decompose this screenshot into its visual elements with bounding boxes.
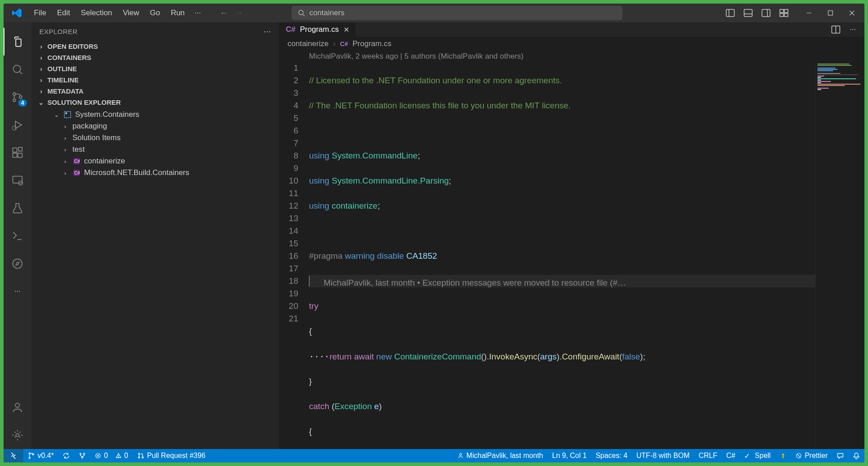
- chevron-right-icon: ›: [62, 170, 69, 176]
- chevron-down-icon: ⌄: [53, 111, 60, 118]
- activity-explorer-icon[interactable]: [4, 28, 31, 56]
- status-blame[interactable]: MichalPavlik, last month: [453, 449, 548, 462]
- svg-rect-4: [744, 9, 752, 17]
- tab-close-icon[interactable]: ✕: [343, 26, 349, 34]
- menu-selection[interactable]: Selection: [76, 6, 118, 20]
- layout-sidebar-right-icon[interactable]: [759, 6, 773, 20]
- layout-sidebar-left-icon[interactable]: [723, 6, 737, 20]
- svg-point-29: [15, 403, 19, 407]
- svg-rect-10: [780, 13, 783, 17]
- section-open-editors[interactable]: ›OPEN EDITORS: [31, 41, 279, 52]
- chevron-right-icon: ›: [38, 88, 45, 95]
- activity-account-icon[interactable]: [4, 393, 31, 421]
- minimap[interactable]: [815, 62, 864, 449]
- nav-back-icon[interactable]: ←: [220, 9, 228, 18]
- status-prettier[interactable]: Prettier: [791, 449, 832, 462]
- search-value: containers: [309, 9, 344, 17]
- activity-settings-icon[interactable]: [4, 421, 31, 449]
- svg-point-18: [13, 93, 16, 95]
- activity-extensions-icon[interactable]: [4, 139, 31, 167]
- svg-point-28: [13, 259, 22, 269]
- section-solution-explorer[interactable]: ⌄SOLUTION EXPLORER: [31, 97, 279, 108]
- menu-view[interactable]: View: [118, 6, 145, 20]
- menu-more-icon[interactable]: ···: [190, 6, 205, 20]
- svg-rect-26: [13, 176, 22, 183]
- activity-run-debug-icon[interactable]: [4, 111, 31, 139]
- svg-rect-9: [784, 9, 788, 13]
- activity-remote-explorer-icon[interactable]: [4, 167, 31, 194]
- menu-run[interactable]: Run: [165, 6, 190, 20]
- svg-point-44: [82, 457, 83, 458]
- sidebar-more-icon[interactable]: ···: [263, 27, 271, 36]
- tree-item-packaging[interactable]: ›packaging: [31, 120, 279, 132]
- section-metadata[interactable]: ›METADATA: [31, 86, 279, 97]
- svg-rect-25: [18, 147, 22, 151]
- status-language[interactable]: C#: [722, 449, 740, 462]
- svg-line-1: [303, 14, 305, 16]
- status-encoding[interactable]: UTF-8 with BOM: [632, 449, 694, 462]
- activity-compass-icon[interactable]: [4, 250, 31, 278]
- svg-point-40: [29, 457, 30, 459]
- code-editor[interactable]: 123456789101112131415161718192021 // Lic…: [279, 62, 864, 449]
- svg-rect-13: [828, 11, 833, 15]
- remote-indicator-icon[interactable]: [4, 449, 23, 462]
- status-live-share-icon[interactable]: [775, 449, 791, 462]
- nav-forward-icon[interactable]: →: [235, 9, 243, 18]
- status-pull-request[interactable]: Pull Request #396: [133, 449, 210, 462]
- tree-item-test[interactable]: ›test: [31, 144, 279, 155]
- section-outline[interactable]: ›OUTLINE: [31, 63, 279, 74]
- tree-solution-root[interactable]: ⌄System.Containers: [31, 109, 279, 120]
- svg-rect-32: [65, 112, 67, 114]
- status-indentation[interactable]: Spaces: 4: [591, 449, 632, 462]
- activity-terminal-icon[interactable]: [4, 222, 31, 250]
- activity-testing-icon[interactable]: [4, 194, 31, 222]
- chevron-right-icon: ›: [62, 158, 69, 165]
- menu-edit[interactable]: Edit: [51, 6, 75, 20]
- status-eol[interactable]: CRLF: [694, 449, 722, 462]
- activity-overflow-icon[interactable]: ···: [4, 278, 31, 305]
- command-center-search[interactable]: containers: [292, 6, 622, 20]
- editor-more-icon[interactable]: ···: [846, 22, 860, 37]
- section-containers[interactable]: ›CONTAINERS: [31, 52, 279, 63]
- breadcrumb[interactable]: containerize › C# Program.cs: [279, 37, 864, 51]
- status-spell[interactable]: ✓ Spell: [740, 449, 775, 462]
- window-maximize-icon[interactable]: [820, 4, 841, 22]
- status-git-graph-icon[interactable]: [74, 449, 90, 462]
- menu-bar: File Edit Selection View Go Run ···: [29, 6, 205, 20]
- status-feedback-icon[interactable]: [832, 449, 848, 462]
- svg-rect-22: [13, 148, 17, 152]
- tab-program-cs[interactable]: C# Program.cs ✕: [279, 22, 356, 37]
- status-problems[interactable]: 0 0: [90, 449, 132, 462]
- layout-customize-icon[interactable]: [777, 6, 791, 20]
- window-minimize-icon[interactable]: [798, 4, 820, 22]
- activity-source-control-icon[interactable]: 4: [4, 83, 31, 111]
- section-timeline[interactable]: ›TIMELINE: [31, 74, 279, 86]
- window-close-icon[interactable]: [841, 4, 863, 22]
- menu-go[interactable]: Go: [144, 6, 165, 20]
- status-cursor-position[interactable]: Ln 9, Col 1: [547, 449, 591, 462]
- svg-rect-24: [18, 153, 22, 157]
- svg-point-0: [299, 10, 303, 15]
- svg-point-19: [13, 99, 16, 102]
- chevron-right-icon: ›: [38, 77, 45, 84]
- breadcrumb-file[interactable]: Program.cs: [352, 39, 391, 48]
- code-content[interactable]: // Licensed to the .NET Foundation under…: [307, 62, 864, 449]
- menu-file[interactable]: File: [29, 6, 51, 20]
- status-notifications-icon[interactable]: [848, 449, 864, 462]
- status-branch[interactable]: v0.4*: [23, 449, 58, 462]
- svg-rect-11: [784, 13, 788, 17]
- svg-text:C#: C#: [74, 159, 80, 164]
- svg-rect-6: [762, 9, 770, 17]
- breadcrumb-folder[interactable]: containerize: [288, 39, 329, 48]
- csharp-file-icon: C#: [286, 25, 296, 34]
- tree-item-solution-items[interactable]: ›Solution Items: [31, 132, 279, 144]
- tree-item-ms-net-build-containers[interactable]: ›C#Microsoft.NET.Build.Containers: [31, 167, 279, 179]
- tree-item-containerize[interactable]: ›C#containerize: [31, 155, 279, 167]
- split-editor-icon[interactable]: [829, 22, 843, 37]
- solution-icon: [64, 111, 72, 119]
- activity-search-icon[interactable]: [4, 56, 31, 83]
- svg-point-30: [16, 434, 19, 437]
- layout-panel-icon[interactable]: [741, 6, 755, 20]
- vscode-logo-icon: [12, 8, 22, 18]
- status-sync-icon[interactable]: [58, 449, 74, 462]
